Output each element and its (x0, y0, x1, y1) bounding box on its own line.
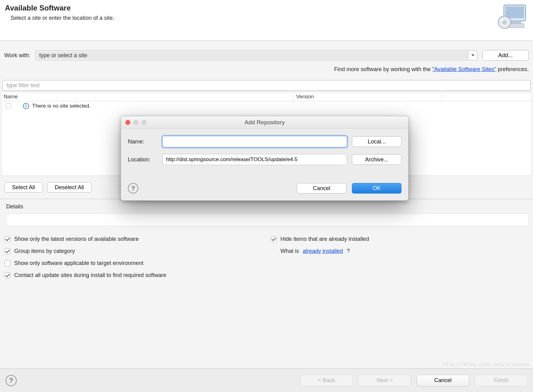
checkbox-contact-sites[interactable] (4, 272, 11, 279)
location-row: Location: Archive... (128, 154, 401, 165)
back-button[interactable]: < Back (300, 375, 353, 386)
dialog-title: Add Repository (121, 119, 408, 126)
available-sites-link[interactable]: "Available Software Sites" (432, 66, 496, 72)
zoom-icon (141, 120, 146, 125)
already-installed-row: What is already installed? (271, 248, 529, 254)
checkbox-target-env[interactable] (4, 260, 11, 266)
archive-button[interactable]: Archive... (352, 154, 401, 165)
watermark-text: http://blog.csdn.net/sivannnn (443, 361, 529, 367)
work-with-row: Work with: type or select a site Add... (0, 41, 533, 62)
find-more-text: Find more software by working with the "… (0, 62, 533, 76)
column-spacer (442, 92, 531, 101)
tree-header: Name Version (2, 92, 531, 101)
select-all-button[interactable]: Select All (4, 182, 43, 193)
work-with-combo[interactable]: type or select a site (35, 50, 477, 60)
wizard-banner: Available Software Select a site or ente… (0, 0, 533, 41)
page-subtitle: Select a site or enter the location of a… (11, 15, 528, 21)
cancel-button[interactable]: Cancel (417, 375, 469, 386)
work-with-combo-text[interactable]: type or select a site (36, 51, 468, 59)
install-software-icon (498, 2, 529, 33)
checkbox-group-category[interactable] (4, 248, 11, 254)
opt-target-env-label: Show only software applicable to target … (14, 260, 143, 266)
opt-contact-sites[interactable]: Contact all update sites during install … (4, 272, 271, 279)
finish-button[interactable]: Finish (475, 375, 527, 386)
svg-point-6 (500, 19, 504, 21)
find-more-suffix: preferences. (496, 66, 529, 72)
filter-row (0, 76, 533, 91)
page-title: Available Software (5, 4, 528, 12)
next-button[interactable]: Next > (358, 375, 411, 386)
svg-point-5 (502, 20, 507, 24)
opt-show-latest-label: Show only the latest versions of availab… (14, 236, 139, 242)
deselect-all-button[interactable]: Deselect All (47, 182, 92, 193)
minimize-icon (133, 120, 138, 125)
dialog-footer: ? Cancel OK (121, 175, 408, 200)
checkbox-hide-installed[interactable] (271, 236, 277, 242)
location-input[interactable] (162, 154, 347, 165)
wizard-button-bar: ? < Back Next > Cancel Finish (0, 369, 533, 392)
checkbox-show-latest[interactable] (4, 236, 11, 242)
work-with-combo-dropdown[interactable] (468, 51, 477, 60)
column-name[interactable]: Name (2, 92, 293, 101)
already-prefix: What is (280, 248, 299, 254)
opt-hide-installed[interactable]: Hide items that are already installed (271, 236, 529, 242)
tree-empty-row: i There is no site selected. (2, 101, 531, 111)
opt-group-category[interactable]: Group items by category (4, 248, 271, 254)
opt-target-env[interactable]: Show only software applicable to target … (4, 260, 271, 266)
filter-input[interactable] (2, 80, 531, 91)
dialog-cancel-button[interactable]: Cancel (297, 183, 346, 194)
work-with-label: Work with: (4, 52, 30, 59)
details-box (6, 214, 529, 226)
details-section: Details (0, 199, 533, 235)
dialog-help-button[interactable]: ? (128, 183, 138, 194)
opt-hide-installed-label: Hide items that are already installed (280, 236, 369, 242)
dialog-titlebar[interactable]: Add Repository (121, 116, 408, 129)
details-label: Details (6, 203, 529, 210)
already-suffix: ? (347, 248, 350, 254)
empty-message: There is no site selected. (32, 103, 91, 109)
window-controls (125, 120, 146, 125)
add-repository-dialog: Add Repository Name: Local... Location: … (121, 116, 409, 201)
add-site-button[interactable]: Add... (482, 50, 529, 61)
close-icon[interactable] (125, 120, 130, 125)
location-label: Location: (128, 156, 158, 163)
info-icon: i (23, 103, 29, 109)
dialog-body: Name: Local... Location: Archive... (121, 129, 408, 175)
help-button[interactable]: ? (6, 375, 17, 386)
find-more-prefix: Find more software by working with the (334, 66, 432, 72)
opt-show-latest[interactable]: Show only the latest versions of availab… (4, 236, 271, 242)
local-button[interactable]: Local... (352, 136, 401, 147)
opt-contact-sites-label: Contact all update sites during install … (14, 272, 166, 279)
column-version[interactable]: Version (293, 92, 442, 101)
name-row: Name: Local... (128, 136, 401, 147)
opt-group-category-label: Group items by category (14, 248, 75, 254)
row-checkbox[interactable] (6, 103, 11, 109)
options-grid: Show only the latest versions of availab… (0, 235, 533, 288)
already-installed-link[interactable]: already installed (303, 248, 343, 254)
dialog-ok-button[interactable]: OK (352, 183, 401, 194)
name-input[interactable] (162, 136, 347, 147)
svg-rect-1 (505, 6, 524, 18)
chevron-down-icon (471, 54, 474, 56)
name-label: Name: (128, 138, 158, 145)
